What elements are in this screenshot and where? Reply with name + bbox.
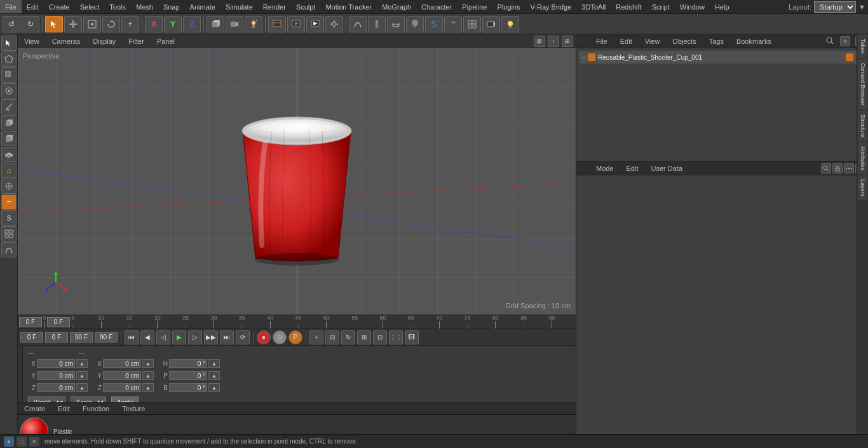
- sidebar-magnet-btn[interactable]: [1, 194, 17, 210]
- vtab-takes[interactable]: Takes: [857, 34, 868, 58]
- menu-snap[interactable]: Snap: [158, 0, 185, 13]
- pb-goto-end[interactable]: ⏭: [220, 330, 234, 344]
- pb-current-input[interactable]: [45, 332, 68, 343]
- settings-button[interactable]: [325, 16, 343, 32]
- pb-next-key[interactable]: ▷: [188, 330, 202, 344]
- select-tool-button[interactable]: [45, 16, 63, 32]
- coord-y-pos-input[interactable]: [37, 371, 75, 380]
- cube-button[interactable]: [207, 16, 224, 32]
- pb-goto-start[interactable]: ⏮: [125, 330, 139, 344]
- paint-button[interactable]: [368, 16, 386, 32]
- menu-mesh[interactable]: Mesh: [131, 0, 158, 13]
- menu-animate[interactable]: Animate: [185, 0, 220, 13]
- pb-start-input[interactable]: [20, 332, 43, 343]
- obj-search-icon[interactable]: [826, 37, 834, 46]
- axis-z-button[interactable]: Z: [183, 16, 201, 32]
- move-tool-button[interactable]: [64, 16, 82, 32]
- coord-y-arrow[interactable]: ▲: [76, 371, 88, 380]
- viewport-canvas[interactable]: Perspective Grid Spacing : 10 cm: [18, 48, 576, 315]
- pb-record-btn[interactable]: ●: [257, 330, 271, 344]
- scale-tool-button[interactable]: [83, 16, 101, 32]
- mat-tab-create[interactable]: Create: [20, 403, 49, 414]
- vtab-filter[interactable]: Filter: [125, 34, 147, 48]
- pb-max-input[interactable]: [95, 332, 118, 343]
- coord-yr-arrow[interactable]: ▲: [142, 371, 154, 380]
- pb-extra1[interactable]: +: [309, 330, 323, 344]
- menu-character[interactable]: Character: [416, 0, 457, 13]
- menu-pipeline[interactable]: Pipeline: [457, 0, 492, 13]
- menu-sculpt[interactable]: Sculpt: [291, 0, 321, 13]
- menu-motion-tracker[interactable]: Motion Tracker: [320, 0, 377, 13]
- mat-tab-edit[interactable]: Edit: [54, 403, 74, 414]
- attr-dots-icon[interactable]: ⋯: [844, 163, 854, 173]
- menu-file[interactable]: File: [0, 0, 22, 13]
- vtab-layers[interactable]: Layers: [857, 175, 868, 201]
- magnet-button[interactable]: [444, 16, 462, 32]
- attr-search-icon[interactable]: [821, 163, 831, 173]
- menu-edit[interactable]: Edit: [22, 0, 44, 13]
- vtab-attributes[interactable]: Attributes: [857, 142, 868, 175]
- undo-button[interactable]: ↺: [3, 16, 20, 32]
- status-icon-1[interactable]: ●: [4, 437, 14, 447]
- vtab-view[interactable]: View: [20, 34, 43, 48]
- sidebar-grid2-btn[interactable]: [1, 226, 17, 241]
- coord-xr-arrow[interactable]: ▲: [142, 359, 154, 368]
- menu-simulate[interactable]: Simulate: [220, 0, 258, 13]
- attr-tab-edit[interactable]: Edit: [623, 161, 642, 175]
- coord-b-arrow[interactable]: ▲: [208, 383, 220, 392]
- render-button[interactable]: [306, 16, 324, 32]
- render-region-button[interactable]: [268, 16, 286, 32]
- pb-extra5[interactable]: ⊡: [373, 330, 387, 344]
- coord-b-input[interactable]: [169, 383, 207, 392]
- coord-z-rot-input[interactable]: [103, 383, 141, 392]
- menu-help[interactable]: Help: [710, 0, 735, 13]
- vtab-display[interactable]: Display: [89, 34, 119, 48]
- pb-key-sel[interactable]: P: [288, 330, 302, 344]
- vp-icon-link[interactable]: ↕: [548, 36, 559, 47]
- menu-window[interactable]: Window: [675, 0, 710, 13]
- sidebar-cube-btn[interactable]: [1, 131, 17, 146]
- pb-film[interactable]: 🎞: [405, 330, 419, 344]
- coord-y-rot-input[interactable]: [103, 371, 141, 380]
- vp-icon-lock[interactable]: ⊠: [534, 36, 545, 47]
- light-button[interactable]: [245, 16, 262, 32]
- sidebar-brush-btn[interactable]: [1, 83, 17, 98]
- video-button[interactable]: [482, 16, 500, 32]
- obj-tab-edit[interactable]: Edit: [616, 34, 636, 48]
- coord-z-arrow[interactable]: ▲: [76, 383, 88, 392]
- redo-button[interactable]: ↻: [22, 16, 39, 32]
- menu-vray[interactable]: V-Ray Bridge: [526, 0, 577, 13]
- coord-x-arrow[interactable]: ▲: [76, 359, 88, 368]
- mat-tab-texture[interactable]: Texture: [118, 403, 149, 414]
- timeline-frame-input[interactable]: [47, 317, 70, 327]
- timeline-start-input[interactable]: [19, 317, 42, 327]
- coord-h-arrow[interactable]: ▲: [208, 359, 220, 368]
- coord-x-rot-input[interactable]: [103, 359, 141, 368]
- sidebar-knife-btn[interactable]: [1, 99, 17, 114]
- menu-mograph[interactable]: MoGraph: [377, 0, 416, 13]
- menu-plugins[interactable]: Plugins: [492, 0, 525, 13]
- sidebar-poly-btn[interactable]: [1, 51, 17, 67]
- menu-render[interactable]: Render: [258, 0, 291, 13]
- menu-3dtoall[interactable]: 3DToAll: [576, 0, 611, 13]
- vp-icon-expand[interactable]: ⊞: [562, 36, 573, 47]
- sidebar-sculpt-btn[interactable]: S: [1, 210, 17, 226]
- pb-end-input[interactable]: [70, 332, 93, 343]
- axis-x-button[interactable]: X: [145, 16, 163, 32]
- sidebar-grid-btn[interactable]: [1, 67, 17, 83]
- obj-tab-view[interactable]: View: [641, 34, 664, 48]
- status-icon-2[interactable]: □: [17, 437, 27, 447]
- pb-extra2[interactable]: ⊟: [325, 330, 339, 344]
- menu-create[interactable]: Create: [44, 0, 75, 13]
- vtab-content-browser[interactable]: Content Browser: [857, 58, 868, 110]
- attr-tab-mode[interactable]: Mode: [592, 161, 618, 175]
- obj-settings-icon[interactable]: [840, 36, 850, 46]
- pb-prev-frame[interactable]: ◀: [140, 330, 154, 344]
- transform-tool-button[interactable]: +: [121, 16, 139, 32]
- vtab-structure[interactable]: Structure: [857, 110, 868, 142]
- attributes-content[interactable]: [576, 175, 868, 448]
- spline-button[interactable]: [349, 16, 367, 32]
- pb-loop[interactable]: ⟳: [236, 330, 250, 344]
- attr-lock-icon[interactable]: [832, 163, 843, 173]
- pb-prev-key[interactable]: ◁: [156, 330, 170, 344]
